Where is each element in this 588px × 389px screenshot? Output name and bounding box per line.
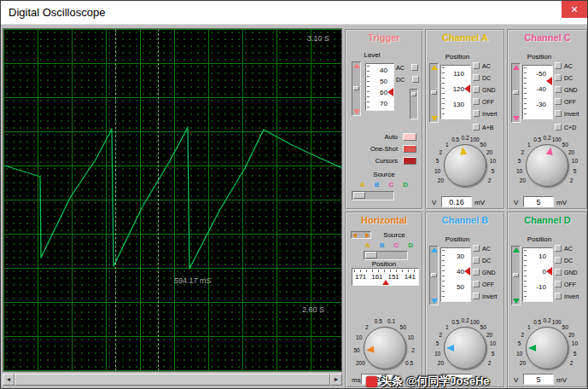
dial-scale-label: 2 [411, 346, 415, 352]
slider-up-arrow[interactable] [353, 63, 360, 68]
c-plus-d-button[interactable] [555, 124, 562, 131]
slider-down-arrow[interactable] [353, 109, 360, 114]
gnd-button[interactable] [555, 269, 562, 276]
ac-button[interactable] [473, 245, 480, 252]
dial-scale-label: 20 [568, 148, 574, 154]
a-plus-b-button[interactable] [473, 124, 480, 131]
slider-up-arrow[interactable] [431, 247, 438, 253]
trigger-source-slider[interactable] [352, 191, 394, 200]
position-scale: 10 0 -10 [522, 247, 553, 302]
one-shot-button[interactable] [403, 145, 416, 153]
slider-thumb[interactable] [353, 192, 365, 199]
gnd-button[interactable] [473, 269, 480, 276]
gain-knob[interactable]: 20105210.50.210050201052 [428, 135, 502, 196]
timebase-knob[interactable]: 200501020.50.1501020.5 [348, 317, 422, 379]
slider-thumb[interactable] [513, 273, 519, 277]
position-marker[interactable] [464, 84, 470, 93]
gain-knob[interactable]: 20105210.50.210050201052 [428, 317, 502, 379]
scroll-left-button[interactable]: ◄ [3, 374, 15, 386]
position-marker[interactable] [464, 267, 470, 276]
dc-button[interactable] [555, 257, 562, 264]
dial-scale-label: 50 [480, 141, 486, 147]
scope-display: 3.10 S594.17 mS2.60 S [3, 28, 342, 372]
ac-button[interactable] [555, 245, 562, 252]
ac-button[interactable] [411, 64, 418, 71]
gnd-button[interactable] [555, 86, 562, 93]
gnd-button[interactable] [473, 86, 480, 93]
dial-scale-label: 20 [520, 359, 526, 365]
dc-button[interactable] [412, 76, 419, 83]
horizontal-scrollbar[interactable]: ◄ ► [3, 374, 342, 386]
slider-up-arrow[interactable] [431, 65, 438, 70]
scroll-right-button[interactable]: ► [330, 374, 342, 386]
toutiao-logo-icon [366, 376, 377, 387]
slider-down-arrow[interactable] [431, 116, 438, 121]
dial-scale-label: 50 [353, 346, 359, 352]
slider-down-arrow[interactable] [513, 116, 520, 121]
cursors-button[interactable] [403, 157, 416, 165]
gain-knob[interactable]: 20105210.50.210050201052 [510, 135, 584, 196]
position-marker[interactable] [546, 77, 552, 85]
dc-button[interactable] [473, 74, 480, 81]
position-slider[interactable] [511, 63, 521, 123]
slider-thumb[interactable] [431, 273, 437, 277]
dial-scale-label: 1 [527, 323, 531, 329]
slider-up-arrow[interactable] [513, 65, 520, 70]
channel-b-letter: B [380, 241, 385, 249]
dc-button[interactable] [473, 257, 480, 264]
scrollbar-thumb[interactable] [15, 374, 330, 386]
cursor-time-label: 2.60 S [302, 305, 324, 314]
slider-thumb[interactable] [431, 90, 437, 95]
position-slider[interactable] [429, 246, 439, 305]
source-channel-letters: A B C D [365, 241, 413, 249]
invert-button[interactable] [473, 293, 480, 299]
ac-button[interactable] [473, 62, 480, 69]
ac-button[interactable] [555, 62, 562, 69]
slider-down-arrow[interactable] [513, 299, 520, 304]
channel-c-letter: C [393, 241, 399, 249]
invert-button[interactable] [473, 110, 480, 117]
gain-value-display: 5 [523, 196, 554, 207]
trigger-edge-slider[interactable] [410, 89, 418, 119]
source-label: Source [376, 231, 413, 239]
off-button[interactable] [555, 281, 562, 287]
time-cursor-line[interactable] [115, 29, 116, 371]
dc-button[interactable] [555, 74, 562, 81]
off-button[interactable] [555, 98, 562, 105]
slider-up-arrow[interactable] [513, 247, 520, 253]
left-arrow-icon[interactable] [352, 233, 357, 238]
gain-knob[interactable]: 20105210.50.210050201052 [510, 317, 584, 379]
invert-button[interactable] [555, 110, 562, 117]
channel-c-panel: Channel C Position -50 -40 -30 AC DC GND… [507, 29, 588, 210]
invert-button[interactable] [555, 293, 562, 299]
auto-button[interactable] [403, 133, 416, 141]
right-arrow-icon[interactable] [365, 233, 370, 238]
position-marker[interactable] [546, 267, 552, 276]
position-label: Position [521, 53, 558, 61]
off-button[interactable] [473, 281, 480, 287]
source-adjust-arrows[interactable] [351, 231, 371, 239]
close-button[interactable]: ✕ [562, 1, 587, 18]
position-scale: 30 40 50 [440, 247, 471, 302]
slider-thumb[interactable] [411, 92, 416, 96]
slider-down-arrow[interactable] [431, 299, 438, 304]
slider-thumb[interactable] [365, 252, 377, 258]
position-slider[interactable] [511, 246, 521, 305]
level-marker[interactable] [387, 88, 393, 96]
off-button[interactable] [473, 98, 480, 105]
horizontal-position-scale: 171 161 151 141 [352, 268, 419, 286]
slider-thumb[interactable] [513, 90, 519, 95]
channel-a-letter: A [360, 181, 365, 189]
level-label: Level [353, 51, 391, 59]
knob-pointer-wrap [521, 140, 572, 190]
dial-scale-label: 0.5 [533, 318, 541, 324]
watermark-text: 头条 @何同学JoseHe [381, 374, 490, 389]
slider-thumb[interactable] [353, 86, 359, 90]
horizontal-source-slider[interactable] [364, 251, 408, 260]
button-label: A+B [482, 125, 493, 131]
trigger-level-slider[interactable] [352, 61, 361, 116]
position-slider[interactable] [429, 63, 439, 123]
position-marker[interactable] [382, 280, 389, 285]
button-label: GND [482, 87, 496, 93]
time-cursor-line[interactable] [158, 29, 159, 371]
